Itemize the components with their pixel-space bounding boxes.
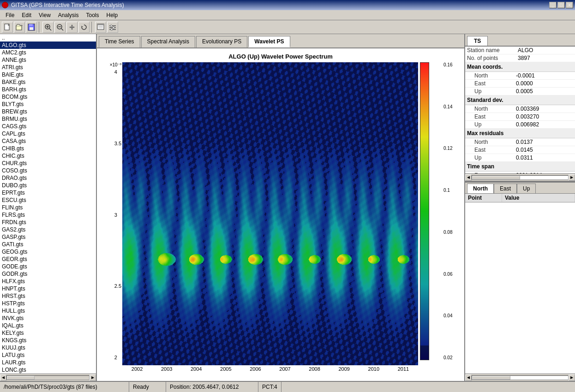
- file-item[interactable]: LONC.gts: [0, 366, 96, 374]
- file-item[interactable]: BRMU.gts: [0, 115, 96, 123]
- tab-evolutionary-ps[interactable]: Evolutionary PS: [196, 36, 247, 48]
- std-up-label: Up: [474, 121, 516, 128]
- info-scroll-right[interactable]: ▶: [569, 174, 575, 181]
- file-item[interactable]: COSO.gts: [0, 167, 96, 174]
- file-item[interactable]: GAS2.gts: [0, 226, 96, 233]
- settings-button[interactable]: [107, 22, 118, 33]
- file-item[interactable]: ..: [0, 34, 96, 42]
- menu-tools[interactable]: Tools: [83, 11, 103, 19]
- info-max-east: East 0.0145: [465, 146, 575, 154]
- zoom-in-button[interactable]: [42, 22, 54, 33]
- max-up-label: Up: [474, 154, 516, 161]
- file-item[interactable]: FLRS.gts: [0, 211, 96, 219]
- bottom-scrollbar-h[interactable]: ◀ ▶: [465, 374, 575, 381]
- heatmap-canvas[interactable]: [122, 62, 418, 365]
- minimize-btn[interactable]: _: [549, 2, 557, 8]
- scroll-left-btn[interactable]: ◀: [0, 374, 6, 381]
- info-scrollbar-h[interactable]: ◀ ▶: [465, 173, 575, 181]
- bottom-tab-east[interactable]: East: [494, 184, 517, 193]
- file-item[interactable]: GODR.gts: [0, 270, 96, 278]
- file-item[interactable]: FLIN.gts: [0, 204, 96, 211]
- file-item[interactable]: HULL.gts: [0, 307, 96, 315]
- menu-file[interactable]: File: [2, 11, 18, 19]
- save-button[interactable]: [26, 22, 37, 33]
- tab-time-series[interactable]: Time Series: [99, 36, 140, 48]
- station-name-value: ALGO: [518, 47, 573, 53]
- x-tick-2007: 2007: [279, 366, 290, 372]
- file-item[interactable]: ALGO.gts: [0, 42, 96, 49]
- tab-wavelet-ps[interactable]: Wavelet PS: [248, 36, 290, 48]
- file-list[interactable]: ..ALGO.gtsAMC2.gtsANNE.gtsATRI.gtsBAIE.g…: [0, 34, 96, 374]
- file-item[interactable]: KNGS.gts: [0, 337, 96, 344]
- file-item[interactable]: BAKE.gts: [0, 78, 96, 86]
- file-item[interactable]: INVK.gts: [0, 315, 96, 322]
- file-item[interactable]: ESCU.gts: [0, 196, 96, 204]
- x-tick-2005: 2005: [220, 366, 231, 372]
- file-item[interactable]: HLFX.gts: [0, 278, 96, 285]
- file-item[interactable]: BARH.gts: [0, 86, 96, 93]
- file-item[interactable]: HNPT.gts: [0, 285, 96, 292]
- file-item[interactable]: EPRT.gts: [0, 189, 96, 196]
- file-item[interactable]: LATU.gts: [0, 351, 96, 359]
- menu-help[interactable]: Help: [103, 11, 122, 19]
- info-std-up: Up 0.006982: [465, 121, 575, 129]
- file-item[interactable]: DRAO.gts: [0, 174, 96, 182]
- open-button[interactable]: [14, 22, 25, 33]
- bottom-tab-north[interactable]: North: [467, 184, 494, 193]
- info-mean-north: North -0.0001: [465, 72, 575, 80]
- file-item[interactable]: DUBO.gts: [0, 182, 96, 189]
- file-item[interactable]: CASA.gts: [0, 137, 96, 145]
- file-item[interactable]: FRDN.gts: [0, 219, 96, 226]
- file-item[interactable]: CHIC.gts: [0, 152, 96, 160]
- right-tab-ts[interactable]: TS: [467, 36, 488, 46]
- station-name-label: Station name: [467, 47, 518, 53]
- file-item[interactable]: AMC2.gts: [0, 49, 96, 56]
- new-button[interactable]: [2, 22, 13, 33]
- cb-label-006: 0.06: [443, 272, 460, 277]
- file-item[interactable]: BCOM.gts: [0, 93, 96, 101]
- max-up-value: 0.0311: [516, 154, 573, 161]
- bottom-scroll-right[interactable]: ▶: [569, 374, 575, 381]
- file-item[interactable]: HRST.gts: [0, 292, 96, 300]
- file-item[interactable]: ATRI.gts: [0, 64, 96, 71]
- menu-analysis[interactable]: Analysis: [54, 11, 83, 19]
- reset-button[interactable]: [78, 22, 90, 33]
- svg-point-20: [113, 27, 114, 29]
- pan-button[interactable]: [66, 22, 78, 33]
- file-item[interactable]: KUUJ.gts: [0, 344, 96, 351]
- file-item[interactable]: CAPL.gts: [0, 130, 96, 137]
- file-item[interactable]: ANNE.gts: [0, 56, 96, 64]
- menu-edit[interactable]: Edit: [18, 11, 35, 19]
- zoom-out-button[interactable]: [54, 22, 66, 33]
- scroll-right-btn[interactable]: ▶: [90, 374, 96, 381]
- file-item[interactable]: BAIE.gts: [0, 71, 96, 78]
- file-list-scrollbar-h[interactable]: ◀ ▶: [0, 374, 96, 381]
- file-item[interactable]: GEOR.gts: [0, 255, 96, 263]
- file-item[interactable]: KELY.gts: [0, 329, 96, 337]
- file-item[interactable]: CAGS.gts: [0, 123, 96, 130]
- file-item[interactable]: CHUR.gts: [0, 160, 96, 167]
- titlebar-controls[interactable]: _ □ ×: [549, 2, 573, 8]
- maximize-btn[interactable]: □: [557, 2, 565, 8]
- info-scroll-left[interactable]: ◀: [465, 174, 472, 181]
- svg-point-19: [110, 25, 112, 27]
- file-item[interactable]: GODE.gts: [0, 263, 96, 270]
- bottom-tab-up[interactable]: Up: [517, 184, 536, 193]
- y-tick-25: 2.5: [114, 283, 121, 289]
- export-button[interactable]: [95, 22, 106, 33]
- file-item[interactable]: GEOG.gts: [0, 248, 96, 255]
- file-item[interactable]: IQAL.gts: [0, 322, 96, 329]
- file-item[interactable]: HSTP.gts: [0, 300, 96, 307]
- svg-line-6: [49, 29, 51, 30]
- info-panel: Station name ALGO No. of points 3897 Mea…: [465, 47, 575, 173]
- file-item[interactable]: GASP.gts: [0, 233, 96, 241]
- close-btn[interactable]: ×: [566, 2, 573, 8]
- file-item[interactable]: GATI.gts: [0, 241, 96, 248]
- file-item[interactable]: BLYT.gts: [0, 101, 96, 108]
- menu-view[interactable]: View: [35, 11, 54, 19]
- file-item[interactable]: LAUR.gts: [0, 359, 96, 366]
- file-item[interactable]: CHIB.gts: [0, 145, 96, 152]
- bottom-scroll-left[interactable]: ◀: [465, 374, 472, 381]
- tab-spectral-analysis[interactable]: Spectral Analysis: [141, 36, 195, 48]
- file-item[interactable]: BREW.gts: [0, 108, 96, 115]
